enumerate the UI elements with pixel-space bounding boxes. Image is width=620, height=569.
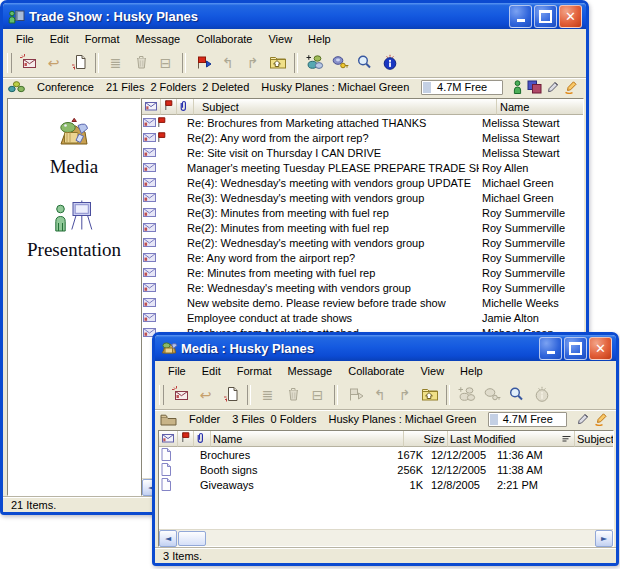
- delete-icon: [133, 54, 149, 72]
- new-message-button[interactable]: [16, 52, 41, 75]
- free-space-label: 4.7M Free: [437, 81, 487, 93]
- file-row[interactable]: Giveaways1K12/8/20052:21 PM: [159, 477, 613, 492]
- menubar: FileEditFormatMessageCollaborateViewHelp: [3, 29, 586, 49]
- message-row[interactable]: Re: Wednesday's meeting with vendors gro…: [142, 280, 583, 295]
- menubar: FileEditFormatMessageCollaborateViewHelp: [155, 361, 616, 381]
- sidebar-item-presentation[interactable]: Presentation: [27, 200, 121, 261]
- column-header-attachment[interactable]: [194, 431, 211, 447]
- up-folder-button[interactable]: [265, 52, 290, 75]
- history-icon: ≣: [262, 388, 274, 402]
- files-count: 21 Files: [106, 81, 145, 93]
- message-row[interactable]: Re(2): Any word from the airport rep?Mel…: [142, 130, 583, 145]
- close-button[interactable]: ✕: [589, 337, 612, 360]
- close-button[interactable]: ✕: [559, 5, 582, 28]
- scroll-thumb[interactable]: [178, 531, 206, 546]
- toolbar-grip: [7, 53, 12, 73]
- menu-file[interactable]: File: [8, 30, 42, 48]
- maximize-button[interactable]: [534, 5, 557, 28]
- message-row[interactable]: Re: Minutes from meeting with fuel repRo…: [142, 265, 583, 280]
- message-row[interactable]: Re: Any word from the airport rep?Roy Su…: [142, 250, 583, 265]
- message-row[interactable]: New website demo. Please review before t…: [142, 295, 583, 310]
- conference-window-icon[interactable]: [8, 8, 26, 24]
- titlebar[interactable]: Trade Show : Husky Planes ✕: [3, 3, 586, 29]
- flag-icon: [194, 55, 212, 72]
- split-button: ⊟: [153, 52, 178, 75]
- column-header-size[interactable]: Size: [404, 431, 448, 447]
- message-subject: Re(2): Wednesday's meeting with vendors …: [179, 237, 479, 249]
- reply-button: ↩: [41, 52, 66, 75]
- search-button[interactable]: [504, 384, 529, 407]
- menu-edit[interactable]: Edit: [42, 30, 77, 48]
- column-header-attachment[interactable]: [177, 99, 194, 115]
- minimize-button[interactable]: [539, 337, 562, 360]
- titlebar[interactable]: Media : Husky Planes ✕: [155, 335, 616, 361]
- message-row[interactable]: Manager's meeting Tuesday PLEASE PREPARE…: [142, 160, 583, 175]
- new-message-button[interactable]: [168, 384, 193, 407]
- window-title: Trade Show : Husky Planes: [29, 9, 509, 24]
- sidebar-item-media[interactable]: Media: [50, 117, 99, 178]
- message-subject: Re(2): Any word from the airport rep?: [179, 132, 479, 144]
- search-icon: [508, 386, 525, 404]
- message-sender: Roy Allen: [479, 162, 583, 174]
- free-space-gauge: 4.7M Free: [488, 412, 567, 427]
- file-row[interactable]: Brochures167K12/12/200511:36 AM: [159, 447, 613, 462]
- file-row[interactable]: Booth signs256K12/12/200511:38 AM: [159, 462, 613, 477]
- menu-edit[interactable]: Edit: [194, 362, 229, 380]
- message-subject: Re: Site visit on Thursday I CAN DRIVE: [179, 147, 479, 159]
- column-header-last-modified[interactable]: Last Modified: [448, 431, 575, 447]
- menu-view[interactable]: View: [260, 30, 300, 48]
- message-row[interactable]: Re(2): Wednesday's meeting with vendors …: [142, 235, 583, 250]
- column-header-envelope[interactable]: [142, 99, 161, 115]
- message-row[interactable]: Re(3): Minutes from meeting with fuel re…: [142, 205, 583, 220]
- menu-file[interactable]: File: [160, 362, 194, 380]
- up-folder-button[interactable]: [417, 384, 442, 407]
- menu-help[interactable]: Help: [452, 362, 491, 380]
- files-count: 3 Files: [232, 413, 264, 425]
- flag-button[interactable]: [190, 52, 215, 75]
- column-header-subject[interactable]: Subject: [575, 431, 613, 447]
- message-subject: Re(3): Wednesday's meeting with vendors …: [179, 192, 479, 204]
- free-space-gauge: 4.7M Free: [421, 80, 503, 95]
- column-header-envelope[interactable]: [159, 431, 178, 447]
- message-row[interactable]: Re(2): Minutes from meeting with fuel re…: [142, 220, 583, 235]
- message-sender: Roy Summerville: [479, 252, 583, 264]
- menu-format[interactable]: Format: [77, 30, 128, 48]
- document-icon: [159, 478, 173, 491]
- message-row[interactable]: Re: Brochures from Marketing attached TH…: [142, 115, 583, 130]
- new-document-button[interactable]: [66, 52, 91, 75]
- message-row[interactable]: Employee conduct at trade showsJamie Alt…: [142, 310, 583, 325]
- menu-message[interactable]: Message: [280, 362, 341, 380]
- scroll-right-button[interactable]: ►: [595, 530, 613, 547]
- info-button[interactable]: [377, 52, 402, 75]
- menu-message[interactable]: Message: [128, 30, 189, 48]
- menu-help[interactable]: Help: [300, 30, 339, 48]
- add-member-button[interactable]: [302, 52, 327, 75]
- message-row[interactable]: Re(4): Wednesday's meeting with vendors …: [142, 175, 583, 190]
- media-window-icon[interactable]: [160, 340, 178, 356]
- column-header-subject[interactable]: Subject: [194, 99, 497, 115]
- message-row[interactable]: Re: Site visit on Thursday I CAN DRIVEMe…: [142, 145, 583, 160]
- menu-format[interactable]: Format: [229, 362, 280, 380]
- permissions-button[interactable]: [327, 52, 352, 75]
- column-header-flag[interactable]: [161, 99, 177, 115]
- column-header-flag[interactable]: [178, 431, 194, 447]
- envelope-icon: [145, 101, 157, 113]
- maximize-icon: [569, 342, 582, 355]
- message-envelope-icon: [142, 148, 156, 157]
- menu-collaborate[interactable]: Collaborate: [340, 362, 412, 380]
- maximize-button[interactable]: [564, 337, 587, 360]
- permissions-icon: [483, 386, 501, 404]
- column-header-name[interactable]: Name: [211, 431, 404, 447]
- info-button: [529, 384, 554, 407]
- message-row[interactable]: Re(3): Wednesday's meeting with vendors …: [142, 190, 583, 205]
- history-icon: ≣: [110, 56, 122, 70]
- menu-view[interactable]: View: [412, 362, 452, 380]
- column-header-name[interactable]: Name: [497, 99, 583, 115]
- new-document-button[interactable]: [218, 384, 243, 407]
- search-button[interactable]: [352, 52, 377, 75]
- minimize-button[interactable]: [509, 5, 532, 28]
- list-header: Subject Name: [142, 99, 583, 115]
- pencil-orange-icon: [594, 413, 608, 426]
- scroll-left-button[interactable]: ◄: [159, 530, 177, 547]
- menu-collaborate[interactable]: Collaborate: [188, 30, 260, 48]
